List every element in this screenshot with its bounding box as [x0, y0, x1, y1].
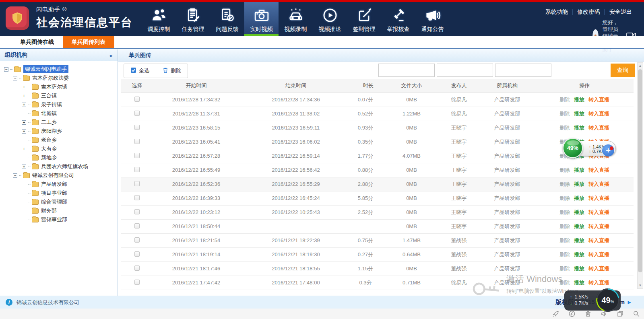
sidebar-collapse-icon[interactable]: « — [109, 52, 113, 59]
collapse-node-icon[interactable]: − — [13, 76, 17, 80]
tab-1[interactable]: 单兵图传列表 — [63, 36, 114, 48]
row-delete-link[interactable]: 删除 — [559, 97, 570, 103]
tree-node[interactable]: +三台镇 — [4, 91, 118, 100]
speed-mode-icon[interactable] — [568, 310, 576, 319]
tree-node-label[interactable]: 庆阳湖乡 — [41, 128, 62, 135]
row-play-link[interactable]: 播放 — [574, 280, 584, 286]
row-delete-link[interactable]: 删除 — [559, 167, 570, 173]
tree-node[interactable]: +庆阳湖乡 — [4, 127, 118, 136]
nav-item-checkin-management[interactable]: 签到管理 — [347, 2, 381, 36]
tree-node[interactable]: 老台乡 — [4, 136, 118, 144]
row-play-link[interactable]: 播放 — [574, 195, 584, 201]
tree-node[interactable]: 营销事业部 — [4, 215, 118, 224]
tree-node[interactable]: +吉木萨尔镇 — [4, 82, 118, 91]
expand-node-icon[interactable]: + — [22, 94, 26, 98]
search-input-2[interactable] — [437, 64, 493, 77]
accelerate-plus-button[interactable]: + — [602, 144, 614, 156]
top-link-2[interactable]: 安全退出 — [605, 8, 636, 15]
row-delete-link[interactable]: 删除 — [559, 111, 570, 117]
expand-node-icon[interactable]: + — [22, 85, 26, 89]
search-input-3[interactable] — [495, 64, 551, 77]
expand-node-icon[interactable]: + — [22, 147, 26, 151]
search-input-1[interactable] — [378, 64, 435, 77]
nav-item-video-recording[interactable]: 视频录制 — [279, 2, 313, 36]
tree-node-label[interactable]: 吉木萨尔政法委 — [32, 74, 69, 82]
row-checkbox[interactable] — [134, 111, 140, 116]
row-checkbox[interactable] — [134, 153, 140, 158]
row-to-live-link[interactable]: 转入直播 — [588, 111, 609, 117]
row-checkbox[interactable] — [134, 97, 140, 102]
row-to-live-link[interactable]: 转入直播 — [588, 125, 609, 131]
row-to-live-link[interactable]: 转入直播 — [588, 265, 609, 272]
tree-node-label[interactable]: 老台乡 — [41, 136, 57, 144]
tree-node[interactable]: +兵团农六师红旗农场 — [4, 162, 118, 171]
tree-node-label[interactable]: 泉子街镇 — [41, 101, 62, 108]
row-delete-link[interactable]: 删除 — [559, 265, 570, 272]
row-play-link[interactable]: 播放 — [574, 125, 584, 131]
row-play-link[interactable]: 播放 — [574, 223, 584, 229]
tree-node-label[interactable]: 营销事业部 — [41, 216, 67, 223]
row-play-link[interactable]: 播放 — [574, 237, 584, 243]
trash-cleaner-icon[interactable] — [584, 310, 592, 319]
row-to-live-link[interactable]: 转入直播 — [588, 251, 609, 257]
row-checkbox[interactable] — [134, 167, 140, 172]
row-delete-link[interactable]: 删除 — [559, 280, 570, 286]
row-to-live-link[interactable]: 转入直播 — [588, 97, 609, 103]
scroll-up-icon[interactable]: ▲ — [638, 64, 643, 68]
row-delete-link[interactable]: 删除 — [559, 209, 570, 215]
tree-node[interactable]: 产品研发部 — [4, 180, 118, 189]
tree-node[interactable]: −锦诚云创有限公司 — [4, 171, 118, 180]
row-to-live-link[interactable]: 转入直播 — [588, 181, 609, 187]
tree-node-label[interactable]: 二工乡 — [41, 119, 57, 126]
footer-expand-icon[interactable]: ▶ — [628, 300, 631, 305]
expand-node-icon[interactable]: + — [22, 120, 26, 125]
row-delete-link[interactable]: 删除 — [559, 251, 570, 257]
memory-usage-ball[interactable]: 49% — [563, 138, 583, 158]
tree-node[interactable]: 财务部 — [4, 206, 118, 215]
tree-node[interactable]: 综合管理部 — [4, 198, 118, 206]
row-to-live-link[interactable]: 转入直播 — [588, 209, 609, 215]
row-play-link[interactable]: 播放 — [574, 251, 584, 257]
tree-node[interactable]: +泉子街镇 — [4, 100, 118, 109]
nav-item-report-verification[interactable]: 举报核查 — [381, 2, 415, 36]
nav-item-task-management[interactable]: 任务管理 — [176, 2, 210, 36]
row-to-live-link[interactable]: 转入直播 — [588, 195, 609, 201]
tree-node-label[interactable]: 三台镇 — [41, 92, 57, 99]
tree-node[interactable]: 项目事业部 — [4, 189, 118, 198]
row-play-link[interactable]: 播放 — [574, 97, 584, 103]
row-play-link[interactable]: 播放 — [574, 209, 584, 215]
search-zoom-icon[interactable] — [633, 310, 640, 319]
row-to-live-link[interactable]: 转入直播 — [588, 223, 609, 229]
tree-node[interactable]: +二工乡 — [4, 118, 118, 127]
expand-node-icon[interactable]: + — [22, 165, 26, 169]
select-all-button[interactable]: 全选 — [124, 64, 156, 78]
row-delete-link[interactable]: 删除 — [559, 125, 570, 131]
row-delete-link[interactable]: 删除 — [559, 181, 570, 187]
nav-item-notice-announcement[interactable]: 通知公告 — [415, 2, 450, 36]
rocket-boost-icon[interactable] — [552, 310, 559, 319]
vertical-scrollbar[interactable]: ▲ ▼ — [637, 62, 643, 289]
tree-node[interactable]: −锦诚云创闪电助手 — [4, 65, 118, 74]
tree-node-label[interactable]: 吉木萨尔镇 — [41, 83, 67, 91]
tree-node-label[interactable]: 财务部 — [41, 207, 57, 214]
row-to-live-link[interactable]: 转入直播 — [588, 237, 609, 243]
row-play-link[interactable]: 播放 — [574, 265, 584, 272]
top-link-0[interactable]: 系统功能 — [541, 8, 572, 15]
tree-node-label[interactable]: 锦诚云创有限公司 — [32, 172, 74, 179]
query-button[interactable]: 查询 — [611, 64, 635, 77]
tab-0[interactable]: 单兵图传在线 — [11, 36, 63, 48]
row-checkbox[interactable] — [134, 125, 140, 130]
tree-node-label[interactable]: 兵团农六师红旗农场 — [41, 163, 88, 170]
tree-node[interactable]: +大有乡 — [4, 144, 118, 153]
delete-button[interactable]: 删除 — [156, 64, 188, 78]
tree-node-label[interactable]: 北庭镇 — [41, 110, 57, 117]
nav-item-issue-feedback[interactable]: 问题反馈 — [210, 2, 244, 36]
tree-node-label[interactable]: 大有乡 — [41, 145, 57, 152]
row-play-link[interactable]: 播放 — [574, 111, 584, 117]
row-checkbox[interactable] — [134, 181, 140, 186]
row-play-link[interactable]: 播放 — [574, 181, 584, 187]
tree-node[interactable]: −吉木萨尔政法委 — [4, 74, 118, 82]
row-to-live-link[interactable]: 转入直播 — [588, 167, 609, 173]
scroll-down-icon[interactable]: ▼ — [638, 284, 643, 287]
memory-usage-ball-dark[interactable]: 49 % — [596, 288, 619, 312]
